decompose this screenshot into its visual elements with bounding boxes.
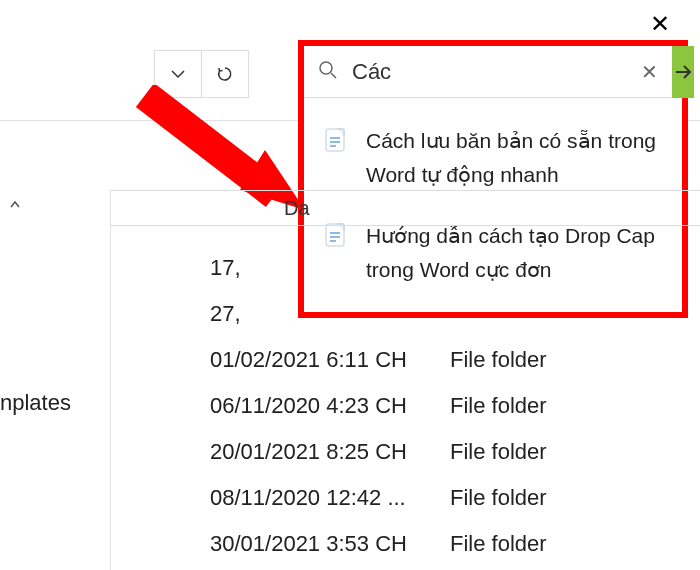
file-list: 17, 27, 01/02/2021 6:11 CH File folder 0… — [210, 245, 547, 570]
close-icon[interactable]: ✕ — [650, 10, 670, 38]
cell-date: 30/01/2021 3:53 CH — [210, 531, 450, 557]
suggestion-text: Cách lưu băn bản có sẵn trong Word tự độ… — [366, 124, 664, 191]
table-row[interactable]: 17, — [210, 245, 547, 291]
clear-search-button[interactable]: ✕ — [627, 60, 672, 84]
column-header-date[interactable]: Da — [284, 197, 310, 220]
cell-date: 08/11/2020 12:42 ... — [210, 485, 450, 511]
arrow-right-icon — [672, 61, 694, 83]
search-submit-button[interactable] — [672, 46, 694, 98]
refresh-icon — [216, 65, 234, 83]
search-input[interactable] — [352, 59, 627, 85]
svg-line-1 — [331, 73, 336, 78]
divider — [110, 190, 111, 570]
search-bar: ✕ — [304, 46, 682, 98]
table-row[interactable]: 01/02/2021 6:11 CH File folder — [210, 337, 547, 383]
cell-type: File folder — [450, 531, 547, 557]
table-row[interactable]: 20/01/2021 8:25 CH File folder — [210, 429, 547, 475]
cell-type: File folder — [450, 347, 547, 373]
svg-point-0 — [320, 62, 332, 74]
cell-date: 17, — [210, 255, 450, 281]
table-row[interactable]: 08/11/2020 12:42 ... File folder — [210, 475, 547, 521]
refresh-button[interactable] — [201, 50, 249, 98]
cell-type: File folder — [450, 439, 547, 465]
table-row[interactable]: 30/01/2021 3:53 CH File folder — [210, 521, 547, 567]
cell-date: 20/01/2021 8:25 CH — [210, 439, 450, 465]
cell-type: File folder — [450, 485, 547, 511]
cell-date: 06/11/2020 4:23 CH — [210, 393, 450, 419]
cell-date: 27, — [210, 301, 450, 327]
collapse-caret-icon[interactable] — [0, 198, 22, 216]
word-doc-icon — [322, 126, 350, 154]
cell-type: File folder — [450, 393, 547, 419]
toolbar — [155, 50, 249, 98]
search-icon — [304, 60, 352, 84]
table-header: Da — [110, 190, 700, 226]
chevron-down-icon — [170, 66, 186, 82]
table-row[interactable]: 06/11/2020 4:23 CH File folder — [210, 383, 547, 429]
dropdown-button[interactable] — [154, 50, 202, 98]
sidebar-item-label[interactable]: nplates — [0, 390, 71, 416]
cell-date: 01/02/2021 6:11 CH — [210, 347, 450, 373]
table-row[interactable]: 27, — [210, 291, 547, 337]
